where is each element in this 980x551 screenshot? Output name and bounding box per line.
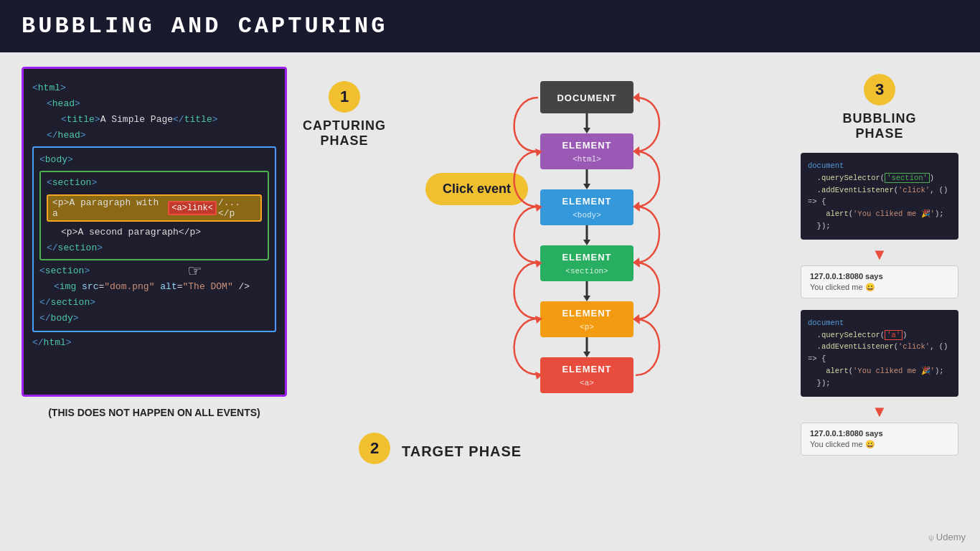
cursor-icon: ☞ xyxy=(189,259,201,283)
right-section: 3 BUBBLING PHASE document .querySelector… xyxy=(801,67,958,460)
svg-marker-8 xyxy=(583,184,590,189)
svg-rect-24 xyxy=(540,357,633,393)
svg-text:<p>: <p> xyxy=(580,323,594,331)
a-highlight: <a>link< xyxy=(168,201,217,215)
p-highlight: <p>A paragraph with a <a>link< /...</p xyxy=(47,194,262,222)
main-content: <html> <head> <title>A Simple Page</titl… xyxy=(0,52,980,546)
svg-text:<body>: <body> xyxy=(573,211,601,220)
header: BUBBLING AND CAPTURING xyxy=(0,0,980,52)
dialog1-title: 127.0.0.1:8080 says xyxy=(810,272,949,281)
code-snippet-2: document .querySelector('a') .addEventLi… xyxy=(801,310,958,397)
code-line: <html> xyxy=(32,80,276,96)
code-line: <title>A Simple Page</title> xyxy=(32,112,276,128)
page-title: BUBBLING AND CAPTURING xyxy=(22,13,958,39)
phase2-number: 2 xyxy=(359,433,390,464)
svg-text:ELEMENT: ELEMENT xyxy=(562,308,611,319)
code-line: <head> xyxy=(32,96,276,112)
svg-text:DOCUMENT: DOCUMENT xyxy=(557,93,616,103)
phase3-header: 3 BUBBLING PHASE xyxy=(801,74,958,141)
svg-text:<a>: <a> xyxy=(580,379,594,387)
code-line: <section> xyxy=(39,263,269,279)
p-line: <p>A paragraph with a <a>link< /...</p xyxy=(47,194,262,222)
code-section: <html> <head> <title>A Simple Page</titl… xyxy=(22,67,287,420)
dom-tree-diagram: DOCUMENT ELEMENT <html> ELEMENT <body> xyxy=(494,74,680,447)
code-editor: <html> <head> <title>A Simple Page</titl… xyxy=(22,67,287,397)
phase3-text: BUBBLING PHASE xyxy=(843,111,917,141)
code-line: <p>A second paragraph</p> xyxy=(47,225,262,240)
svg-text:<html>: <html> xyxy=(573,155,601,164)
svg-rect-9 xyxy=(540,189,633,225)
code-line: </body> xyxy=(39,311,269,326)
code-line: <body> xyxy=(39,152,269,168)
diagram-section: Click event 1 CAPTURING PHASE DOCUMENT xyxy=(301,67,786,470)
svg-text:ELEMENT: ELEMENT xyxy=(562,364,611,375)
code-line: </head> xyxy=(32,128,276,143)
svg-rect-19 xyxy=(540,301,633,337)
udemy-logo: ψ Udemy xyxy=(928,532,966,542)
code-line: </section> xyxy=(39,295,269,311)
svg-text:ELEMENT: ELEMENT xyxy=(562,252,611,263)
code-snippet-1: document .querySelector('section') .addE… xyxy=(801,153,958,240)
svg-text:<section>: <section> xyxy=(565,267,608,276)
code-bottom-label: (THIS DOES NOT HAPPEN ON ALL EVENTS) xyxy=(22,405,287,420)
phase1-text: CAPTURING PHASE xyxy=(303,118,386,149)
code-line: </html> xyxy=(32,335,276,351)
svg-text:ELEMENT: ELEMENT xyxy=(562,196,611,207)
dialog2-text: You clicked me 😀 xyxy=(810,440,949,449)
phase3-number: 3 xyxy=(864,74,895,105)
code-line: <section> xyxy=(47,175,262,191)
code-line: <img src="dom.png" alt="The DOM" /> xyxy=(39,279,269,295)
section-box: <section> <p>A paragraph with a <a>link<… xyxy=(39,171,269,260)
dialog-1: 127.0.0.1:8080 says You clicked me 😀 xyxy=(801,265,958,298)
dialog1-text: You clicked me 😀 xyxy=(810,283,949,292)
dialog2-title: 127.0.0.1:8080 says xyxy=(810,429,949,438)
arrow-down-1: ▼ xyxy=(801,245,958,264)
dialog-2: 127.0.0.1:8080 says You clicked me 😀 xyxy=(801,423,958,456)
svg-text:ELEMENT: ELEMENT xyxy=(562,140,611,151)
svg-marker-23 xyxy=(583,352,590,357)
svg-marker-3 xyxy=(583,128,590,133)
svg-rect-4 xyxy=(540,133,633,169)
svg-rect-14 xyxy=(540,245,633,281)
svg-marker-13 xyxy=(583,240,590,245)
svg-marker-36 xyxy=(633,93,640,103)
code-line: </section> xyxy=(47,240,262,256)
phase1-number: 1 xyxy=(329,81,360,113)
arrow-down-2: ▼ xyxy=(801,402,958,421)
body-box: <body> <section> <p>A paragraph with a <… xyxy=(32,146,276,332)
capturing-phase-label: 1 CAPTURING PHASE xyxy=(301,74,387,149)
svg-marker-18 xyxy=(583,296,590,301)
